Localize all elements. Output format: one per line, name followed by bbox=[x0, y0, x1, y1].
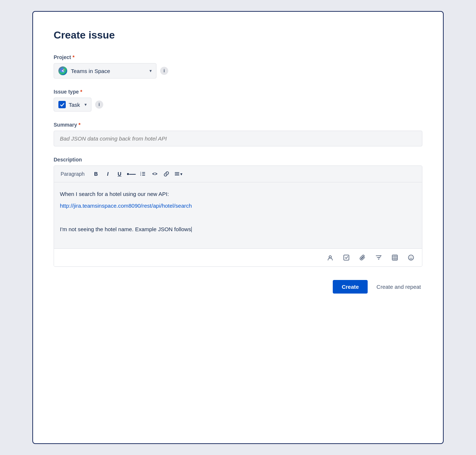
svg-rect-3 bbox=[142, 174, 145, 174]
toolbar-bold-button[interactable]: B bbox=[90, 169, 101, 179]
mention-icon[interactable] bbox=[325, 252, 335, 263]
project-select[interactable]: Teams in Space ▾ bbox=[54, 63, 156, 79]
description-line-4: I'm not seeing the hotel name. Example J… bbox=[60, 225, 416, 234]
issue-type-chevron-icon: ▾ bbox=[84, 102, 87, 107]
project-field-group: Project * bbox=[54, 54, 422, 79]
action-item-icon[interactable] bbox=[341, 252, 351, 263]
toolbar-numbered-list-button[interactable]: 123 bbox=[137, 169, 148, 179]
summary-label: Summary * bbox=[54, 122, 422, 128]
issue-type-select-wrapper: Task ▾ i bbox=[54, 98, 422, 112]
description-field-group: Description Paragraph B I U •— 123 <> ▾ bbox=[54, 157, 422, 267]
description-line-2: http://jira.teamsinspace.com8090/rest/ap… bbox=[60, 201, 416, 210]
issue-type-label: Issue type * bbox=[54, 89, 422, 95]
svg-rect-10 bbox=[175, 175, 179, 176]
editor-toolbar: Paragraph B I U •— 123 <> ▾ bbox=[54, 166, 422, 182]
dialog-actions: Create Create and repeat bbox=[54, 280, 422, 294]
project-select-wrapper: Teams in Space ▾ i bbox=[54, 63, 422, 79]
description-label: Description bbox=[54, 157, 422, 163]
create-button[interactable]: Create bbox=[333, 280, 368, 294]
svg-point-15 bbox=[410, 257, 411, 258]
description-link[interactable]: http://jira.teamsinspace.com8090/rest/ap… bbox=[60, 203, 192, 209]
svg-rect-12 bbox=[344, 255, 349, 260]
task-icon bbox=[58, 101, 66, 108]
summary-input[interactable] bbox=[54, 131, 422, 146]
issue-type-name: Task bbox=[69, 102, 80, 108]
project-name: Teams in Space bbox=[71, 68, 146, 74]
editor-footer bbox=[54, 248, 422, 266]
toolbar-align-button[interactable]: ▾ bbox=[173, 169, 184, 179]
svg-rect-2 bbox=[142, 172, 145, 173]
emoji-icon[interactable] bbox=[406, 252, 416, 263]
svg-point-11 bbox=[329, 256, 331, 258]
toolbar-underline-button[interactable]: U bbox=[114, 169, 125, 179]
toolbar-code-button[interactable]: <> bbox=[149, 169, 160, 179]
issue-type-select[interactable]: Task ▾ bbox=[54, 98, 91, 112]
toolbar-link-button[interactable] bbox=[161, 169, 172, 179]
svg-rect-9 bbox=[175, 174, 179, 174]
project-chevron-icon: ▾ bbox=[149, 68, 152, 73]
svg-rect-8 bbox=[175, 172, 179, 173]
description-line-1: When I search for a hotel using our new … bbox=[60, 190, 416, 199]
table-icon[interactable] bbox=[390, 252, 400, 263]
issue-type-field-group: Issue type * Task ▾ i bbox=[54, 89, 422, 112]
svg-rect-4 bbox=[142, 175, 145, 176]
project-required-star: * bbox=[72, 54, 74, 60]
issue-type-info-icon[interactable]: i bbox=[95, 101, 103, 109]
text-cursor bbox=[191, 227, 192, 232]
svg-point-0 bbox=[60, 68, 66, 74]
filter-icon[interactable] bbox=[374, 252, 384, 263]
page-title: Create issue bbox=[54, 29, 422, 41]
project-info-icon[interactable]: i bbox=[160, 67, 168, 75]
svg-point-14 bbox=[408, 255, 414, 260]
svg-point-1 bbox=[64, 69, 65, 70]
toolbar-paragraph[interactable]: Paragraph bbox=[58, 170, 87, 178]
svg-point-16 bbox=[412, 257, 412, 258]
create-and-repeat-button[interactable]: Create and repeat bbox=[375, 280, 422, 294]
project-label: Project * bbox=[54, 54, 422, 60]
svg-text:3: 3 bbox=[140, 174, 141, 176]
description-editor: Paragraph B I U •— 123 <> ▾ When I searc… bbox=[54, 165, 422, 267]
description-line-3 bbox=[60, 213, 416, 222]
editor-content-area[interactable]: When I search for a hotel using our new … bbox=[54, 182, 422, 248]
create-issue-dialog: Create issue Project * bbox=[32, 11, 444, 444]
summary-field-group: Summary * bbox=[54, 122, 422, 146]
project-icon bbox=[58, 66, 67, 75]
toolbar-italic-button[interactable]: I bbox=[102, 169, 113, 179]
attachment-icon[interactable] bbox=[357, 252, 368, 263]
svg-rect-13 bbox=[392, 255, 397, 260]
issue-type-required-star: * bbox=[80, 89, 82, 95]
toolbar-bullet-list-button[interactable]: •— bbox=[126, 169, 137, 179]
summary-required-star: * bbox=[79, 122, 80, 128]
